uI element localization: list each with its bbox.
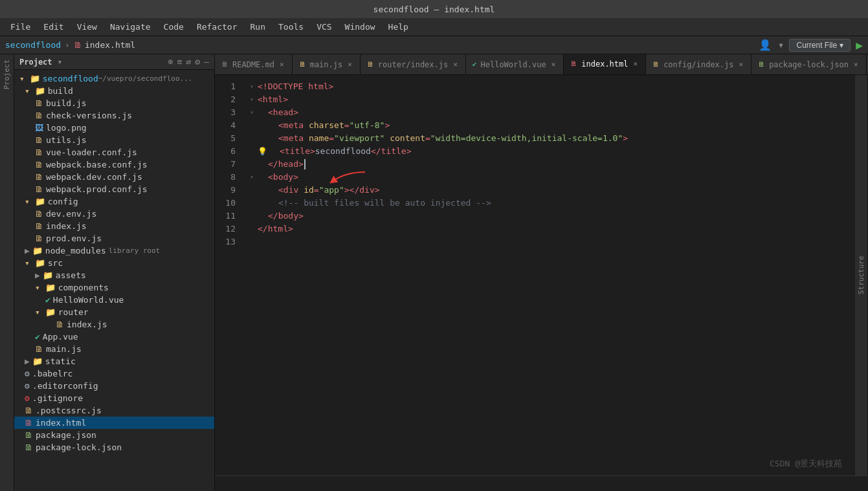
fold-btn-3[interactable]: ▾ (249, 106, 255, 119)
code-line-5: <meta name="viewport" content="width=dev… (249, 132, 855, 145)
current-file-label: Current File (796, 41, 837, 50)
avatar-icon[interactable]: 👤 ▾ (759, 39, 784, 51)
line-num-12: 12 (215, 223, 243, 235)
check-versions-js-item[interactable]: 🗎 check-versions.js (14, 109, 214, 122)
static-folder[interactable]: ▶ 📁 static (14, 355, 214, 367)
list-icon[interactable]: ≡ (177, 57, 183, 67)
prod-env-item[interactable]: 🗎 prod.env.js (14, 232, 214, 245)
node-modules-folder[interactable]: ▶ 📁 node_modules library root (14, 245, 214, 257)
build-js-item[interactable]: 🗎 build.js (14, 97, 214, 109)
components-folder[interactable]: ▾ 📁 components (14, 281, 214, 294)
router-index-label: index.js (67, 320, 107, 329)
menu-help[interactable]: Help (383, 21, 414, 33)
editorconfig-item[interactable]: ⚙ .editorconfig (14, 380, 214, 392)
src-folder[interactable]: ▾ 📁 src (14, 257, 214, 269)
title-text: secondflood – index.html (373, 5, 495, 14)
menu-window[interactable]: Window (340, 21, 381, 33)
webpack-dev-item[interactable]: 🗎 webpack.dev.conf.js (14, 171, 214, 183)
menu-view[interactable]: View (72, 21, 102, 33)
config-index-icon: 🗎 (35, 221, 43, 231)
webpack-base-item[interactable]: 🗎 webpack.base.conf.js (14, 158, 214, 171)
fold-btn-8[interactable]: ▾ (249, 171, 255, 184)
assets-folder[interactable]: ▶ 📁 assets (14, 269, 214, 281)
menu-vcs[interactable]: VCS (311, 21, 337, 33)
tab-package-lock[interactable]: 🗎 package-lock.json ✕ (751, 54, 866, 74)
vue-loader-item[interactable]: 🗎 vue-loader.conf.js (14, 146, 214, 158)
dev-env-item[interactable]: 🗎 dev.env.js (14, 208, 214, 220)
babelrc-item[interactable]: ⚙ .babelrc (14, 367, 214, 380)
dev-env-label: dev.env.js (46, 209, 96, 219)
gitignore-item[interactable]: ⚙ .gitignore (14, 392, 214, 404)
tab-config-index-close[interactable]: ✕ (738, 60, 745, 69)
run-button[interactable]: ▶ (856, 38, 863, 52)
build-folder[interactable]: ▾ 📁 build (14, 85, 214, 97)
file-tree-panel: Project ▾ ⊕ ≡ ⇄ ⚙ — ▾ 📁 secondflood ~/vu… (14, 54, 215, 491)
code-editor[interactable]: ▾ <!DOCTYPE html> ▾ <html> ▾ <head> (243, 75, 855, 475)
postcssrc-item[interactable]: 🗎 .postcssrc.js (14, 404, 214, 417)
gutter-bulb-icon[interactable]: 💡 (258, 145, 267, 158)
helloworld-vue-item[interactable]: ✔ HelloWorld.vue (14, 294, 214, 306)
menu-navigate[interactable]: Navigate (105, 21, 156, 33)
tab-helloworld[interactable]: ✔ HelloWorld.vue ✕ (466, 54, 564, 74)
tab-package-lock-icon: 🗎 (758, 60, 765, 69)
utils-js-item[interactable]: 🗎 utils.js (14, 134, 214, 146)
main-js-item[interactable]: 🗎 main.js (14, 343, 214, 355)
postcssrc-label: .postcssrc.js (36, 406, 102, 415)
menu-run[interactable]: Run (245, 21, 271, 33)
line-num-3: 3 (215, 106, 243, 119)
tab-package-lock-label: package-lock.json (769, 60, 849, 69)
assets-label: assets (56, 270, 86, 280)
config-index-item[interactable]: 🗎 index.js (14, 220, 214, 232)
app-vue-item[interactable]: ✔ App.vue (14, 331, 214, 343)
fold-btn-1[interactable]: ▾ (249, 80, 255, 93)
tab-package-lock-close[interactable]: ✕ (852, 60, 860, 69)
webpack-base-icon: 🗎 (35, 160, 43, 169)
config-folder[interactable]: ▾ 📁 config (14, 195, 214, 208)
tab-readme-close[interactable]: ✕ (278, 60, 285, 69)
main-layout: Project Project ▾ ⊕ ≡ ⇄ ⚙ — ▾ 📁 secondfl… (0, 54, 868, 491)
tab-index-html[interactable]: 🗎 index.html ✕ (564, 54, 646, 74)
index-html-item[interactable]: 🗎 index.html (14, 417, 214, 429)
project-sidebar-label[interactable]: Project (1, 54, 12, 94)
router-folder[interactable]: ▾ 📁 router (14, 306, 214, 318)
tab-router-icon: 🗎 (367, 60, 374, 69)
add-icon[interactable]: ⊕ (168, 57, 173, 67)
webpack-dev-icon: 🗎 (35, 172, 43, 182)
structure-sidebar[interactable]: Structure (855, 75, 868, 475)
tab-readme[interactable]: 🗎 README.md ✕ (215, 54, 293, 74)
tab-helloworld-close[interactable]: ✕ (550, 60, 557, 69)
logo-png-item[interactable]: 🖼 logo.png (14, 122, 214, 134)
webpack-prod-item[interactable]: 🗎 webpack.prod.conf.js (14, 183, 214, 195)
root-folder-icon: ▾ 📁 (19, 74, 40, 83)
babelrc-label: .babelrc (32, 369, 73, 378)
package-lock-item[interactable]: 🗎 package-lock.json (14, 441, 214, 453)
assets-icon: 📁 (43, 270, 53, 280)
menu-file[interactable]: File (5, 21, 36, 33)
line-num-5: 5 (215, 132, 243, 145)
tab-router-index[interactable]: 🗎 router/index.js ✕ (361, 54, 466, 74)
tab-main-js[interactable]: 🗎 main.js ✕ (293, 54, 361, 74)
project-chevron[interactable]: ▾ (58, 57, 63, 67)
menu-tools[interactable]: Tools (273, 21, 309, 33)
file-name[interactable]: index.html (85, 40, 135, 50)
line-num-10: 10 (215, 197, 243, 210)
fold-btn-2[interactable]: ▾ (249, 93, 255, 106)
menu-code[interactable]: Code (159, 21, 189, 33)
menu-refactor[interactable]: Refactor (192, 21, 243, 33)
minimize-icon[interactable]: — (204, 57, 209, 67)
sync-icon[interactable]: ⇄ (186, 57, 192, 67)
utils-js-icon: 🗎 (35, 135, 43, 145)
tree-root[interactable]: ▾ 📁 secondflood ~/vuepro/secondfloo... (14, 72, 214, 85)
router-index-item[interactable]: 🗎 index.js (14, 318, 214, 331)
tab-index-html-close[interactable]: ✕ (632, 59, 640, 69)
current-file-button[interactable]: Current File ▾ (789, 39, 851, 52)
tab-config-index[interactable]: 🗎 config/index.js ✕ (646, 54, 751, 74)
code-line-10: <!-- built files will be auto injected -… (249, 197, 855, 210)
file-icon: 🗎 (74, 40, 82, 50)
tab-router-close[interactable]: ✕ (452, 60, 459, 69)
package-json-item[interactable]: 🗎 package.json (14, 429, 214, 441)
menu-edit[interactable]: Edit (38, 21, 69, 33)
settings-icon[interactable]: ⚙ (195, 57, 200, 67)
tab-main-js-close[interactable]: ✕ (346, 60, 353, 69)
project-name[interactable]: secondflood (5, 40, 61, 50)
